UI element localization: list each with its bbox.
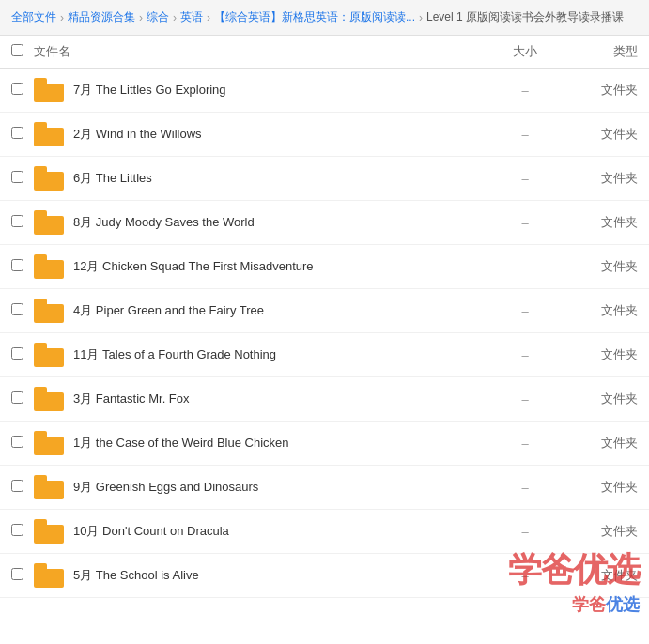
- table-row[interactable]: 8月 Judy Moody Saves the World – 文件夹: [0, 201, 649, 245]
- table-row[interactable]: 3月 Fantastic Mr. Fox – 文件夹: [0, 377, 649, 422]
- table-row[interactable]: 12月 Chicken Squad The First Misadventure…: [0, 245, 649, 289]
- file-type: 文件夹: [563, 567, 638, 584]
- breadcrumb-item-2[interactable]: 综合: [147, 9, 169, 25]
- folder-icon: [34, 210, 64, 235]
- row-select-checkbox[interactable]: [11, 83, 23, 95]
- breadcrumb-item-1[interactable]: 精品资源合集: [68, 9, 135, 25]
- file-name: 10月 Don't Count on Dracula: [73, 523, 487, 540]
- file-size: –: [487, 481, 563, 495]
- table-header: 文件名 大小 类型: [0, 36, 649, 69]
- folder-icon: [34, 166, 64, 191]
- table-row[interactable]: 4月 Piper Green and the Fairy Tree – 文件夹: [0, 289, 649, 333]
- table-row[interactable]: 9月 Greenish Eggs and Dinosaurs – 文件夹: [0, 466, 649, 510]
- row-checkbox[interactable]: [11, 480, 34, 495]
- file-type: 文件夹: [563, 479, 638, 496]
- watermark-sub-1: 学爸: [572, 595, 606, 614]
- folder-icon: [34, 254, 64, 279]
- row-checkbox[interactable]: [11, 524, 34, 539]
- file-size: –: [487, 437, 563, 451]
- row-checkbox[interactable]: [11, 568, 34, 583]
- breadcrumb-sep-2: ›: [171, 11, 178, 24]
- row-select-checkbox[interactable]: [11, 171, 23, 183]
- file-name: 1月 the Case of the Weird Blue Chicken: [73, 435, 487, 452]
- row-checkbox[interactable]: [11, 259, 34, 274]
- file-name: 2月 Wind in the Willows: [73, 126, 487, 143]
- select-all-checkbox[interactable]: [11, 44, 23, 56]
- file-size: –: [487, 84, 563, 98]
- file-name: 4月 Piper Green and the Fairy Tree: [73, 302, 487, 319]
- file-size: –: [487, 128, 563, 142]
- file-size: –: [487, 216, 563, 230]
- watermark-sub-2: 优选: [606, 595, 640, 614]
- file-size: –: [487, 348, 563, 362]
- file-size: –: [487, 260, 563, 274]
- header-size: 大小: [487, 43, 563, 60]
- row-select-checkbox[interactable]: [11, 259, 23, 271]
- table-row[interactable]: 5月 The School is Alive – 文件夹: [0, 554, 649, 598]
- file-type: 文件夹: [563, 302, 638, 319]
- breadcrumb-sep-1: ›: [137, 11, 145, 24]
- row-select-checkbox[interactable]: [11, 303, 23, 315]
- row-checkbox[interactable]: [11, 83, 34, 98]
- breadcrumb-item-4[interactable]: 【综合英语】新格思英语：原版阅读读...: [214, 9, 415, 25]
- folder-icon: [34, 78, 64, 102]
- file-type: 文件夹: [563, 126, 638, 143]
- file-size: –: [487, 172, 563, 186]
- file-type: 文件夹: [563, 258, 638, 275]
- file-type: 文件夹: [563, 435, 638, 452]
- file-size: –: [487, 569, 563, 583]
- file-type: 文件夹: [563, 82, 638, 99]
- header-type: 类型: [563, 43, 638, 60]
- row-select-checkbox[interactable]: [11, 391, 23, 404]
- table-row[interactable]: 1月 the Case of the Weird Blue Chicken – …: [0, 422, 649, 466]
- breadcrumb: 全部文件 › 精品资源合集 › 综合 › 英语 › 【综合英语】新格思英语：原版…: [0, 0, 649, 36]
- row-checkbox[interactable]: [11, 391, 34, 406]
- row-checkbox[interactable]: [11, 436, 34, 451]
- row-select-checkbox[interactable]: [11, 127, 23, 139]
- folder-icon: [34, 387, 64, 411]
- row-select-checkbox[interactable]: [11, 568, 23, 580]
- row-select-checkbox[interactable]: [11, 347, 23, 360]
- header-name: 文件名: [34, 43, 487, 60]
- file-list: 7月 The Littles Go Exploring – 文件夹 2月 Win…: [0, 69, 649, 598]
- table-row[interactable]: 11月 Tales of a Fourth Grade Nothing – 文件…: [0, 333, 649, 377]
- row-checkbox[interactable]: [11, 215, 34, 230]
- file-size: –: [487, 525, 563, 539]
- file-type: 文件夹: [563, 170, 638, 187]
- folder-icon: [34, 519, 64, 544]
- row-select-checkbox[interactable]: [11, 436, 23, 448]
- folder-icon: [34, 122, 64, 146]
- file-type: 文件夹: [563, 523, 638, 540]
- file-name: 5月 The School is Alive: [73, 567, 487, 584]
- row-checkbox[interactable]: [11, 347, 34, 362]
- header-checkbox[interactable]: [11, 44, 34, 59]
- breadcrumb-sep-3: ›: [205, 11, 212, 24]
- row-select-checkbox[interactable]: [11, 215, 23, 227]
- folder-icon: [34, 299, 64, 323]
- file-name: 3月 Fantastic Mr. Fox: [73, 391, 487, 407]
- file-type: 文件夹: [563, 346, 638, 363]
- file-name: 6月 The Littles: [73, 170, 487, 187]
- row-checkbox[interactable]: [11, 127, 34, 142]
- breadcrumb-item-3[interactable]: 英语: [180, 9, 203, 25]
- row-checkbox[interactable]: [11, 171, 34, 186]
- table-row[interactable]: 2月 Wind in the Willows – 文件夹: [0, 113, 649, 157]
- breadcrumb-item-0[interactable]: 全部文件: [11, 9, 56, 25]
- file-name: 7月 The Littles Go Exploring: [73, 82, 487, 99]
- folder-icon: [34, 343, 64, 367]
- folder-icon: [34, 431, 64, 455]
- file-name: 8月 Judy Moody Saves the World: [73, 214, 487, 231]
- file-size: –: [487, 392, 563, 406]
- table-row[interactable]: 7月 The Littles Go Exploring – 文件夹: [0, 69, 649, 113]
- table-row[interactable]: 6月 The Littles – 文件夹: [0, 157, 649, 201]
- file-type: 文件夹: [563, 391, 638, 407]
- folder-icon: [34, 475, 64, 499]
- table-row[interactable]: 10月 Don't Count on Dracula – 文件夹: [0, 510, 649, 554]
- row-select-checkbox[interactable]: [11, 480, 23, 492]
- file-name: 9月 Greenish Eggs and Dinosaurs: [73, 479, 487, 496]
- file-size: –: [487, 304, 563, 318]
- row-select-checkbox[interactable]: [11, 524, 23, 536]
- file-name: 11月 Tales of a Fourth Grade Nothing: [73, 346, 487, 363]
- row-checkbox[interactable]: [11, 303, 34, 318]
- file-name: 12月 Chicken Squad The First Misadventure: [73, 258, 487, 275]
